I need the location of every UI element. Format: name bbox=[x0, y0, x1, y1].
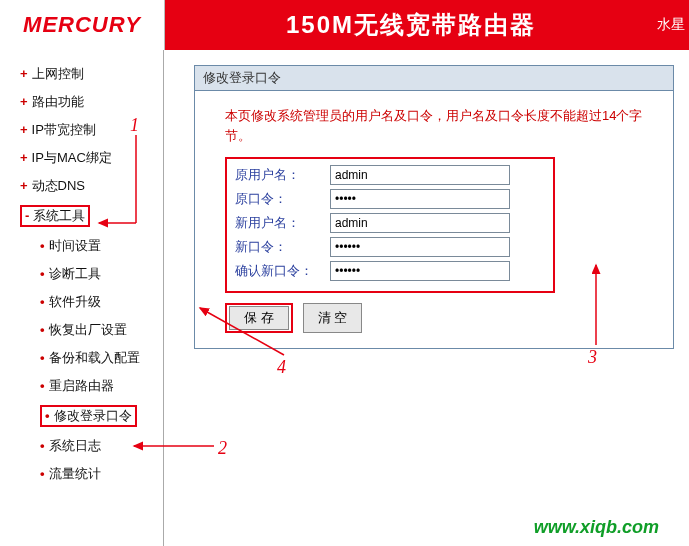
bullet-icon: • bbox=[40, 438, 45, 453]
row-new-pass: 新口令： bbox=[235, 237, 545, 257]
button-row: 保 存 清 空 bbox=[225, 303, 658, 333]
bullet-icon: • bbox=[40, 378, 45, 393]
plus-icon: + bbox=[20, 66, 28, 81]
brand-text: 水星 bbox=[657, 16, 685, 34]
row-new-user: 新用户名： bbox=[235, 213, 545, 233]
nav-路由功能[interactable]: +路由功能 bbox=[0, 88, 163, 116]
nav-诊断工具[interactable]: •诊断工具 bbox=[0, 260, 163, 288]
input-old-pass[interactable] bbox=[330, 189, 510, 209]
annotation-1: 1 bbox=[130, 115, 139, 136]
plus-icon: + bbox=[20, 150, 28, 165]
plus-icon: + bbox=[20, 122, 28, 137]
panel-title: 修改登录口令 bbox=[195, 66, 673, 91]
body: +上网控制 +路由功能 +IP带宽控制 +IP与MAC绑定 +动态DNS -系统… bbox=[0, 50, 689, 546]
nav-动态dns[interactable]: +动态DNS bbox=[0, 172, 163, 200]
label-new-user: 新用户名： bbox=[235, 214, 330, 232]
bullet-icon: • bbox=[40, 350, 45, 365]
annotation-4: 4 bbox=[277, 357, 286, 378]
save-highlight: 保 存 bbox=[225, 303, 293, 333]
bullet-icon: • bbox=[40, 322, 45, 337]
row-confirm: 确认新口令： bbox=[235, 261, 545, 281]
panel-body: 本页修改系统管理员的用户名及口令，用户名及口令长度不能超过14个字节。 原用户名… bbox=[195, 91, 673, 348]
logo: MERCURY bbox=[0, 0, 165, 50]
nav-ip与mac绑定[interactable]: +IP与MAC绑定 bbox=[0, 144, 163, 172]
bullet-icon: • bbox=[40, 466, 45, 481]
watermark: www.xiqb.com bbox=[534, 517, 659, 538]
bullet-icon: • bbox=[40, 238, 45, 253]
nav-备份和载入配置[interactable]: •备份和载入配置 bbox=[0, 344, 163, 372]
input-new-user[interactable] bbox=[330, 213, 510, 233]
save-button[interactable]: 保 存 bbox=[229, 306, 289, 330]
nav-软件升级[interactable]: •软件升级 bbox=[0, 288, 163, 316]
clear-button[interactable]: 清 空 bbox=[303, 303, 363, 333]
sidebar: +上网控制 +路由功能 +IP带宽控制 +IP与MAC绑定 +动态DNS -系统… bbox=[0, 50, 164, 546]
nav-重启路由器[interactable]: •重启路由器 bbox=[0, 372, 163, 400]
plus-icon: + bbox=[20, 178, 28, 193]
bullet-icon: • bbox=[45, 408, 50, 423]
nav-流量统计[interactable]: •流量统计 bbox=[0, 460, 163, 488]
nav-系统工具[interactable]: -系统工具 bbox=[0, 200, 163, 232]
input-new-pass[interactable] bbox=[330, 237, 510, 257]
bullet-icon: • bbox=[40, 266, 45, 281]
main: 修改登录口令 本页修改系统管理员的用户名及口令，用户名及口令长度不能超过14个字… bbox=[164, 50, 689, 546]
label-new-pass: 新口令： bbox=[235, 238, 330, 256]
row-old-user: 原用户名： bbox=[235, 165, 545, 185]
panel-desc: 本页修改系统管理员的用户名及口令，用户名及口令长度不能超过14个字节。 bbox=[225, 106, 658, 145]
label-confirm: 确认新口令： bbox=[235, 262, 330, 280]
minus-icon: - bbox=[25, 208, 29, 223]
nav-上网控制[interactable]: +上网控制 bbox=[0, 60, 163, 88]
annotation-2: 2 bbox=[218, 438, 227, 459]
page-title: 150M无线宽带路由器 bbox=[165, 9, 657, 41]
annotation-3: 3 bbox=[588, 347, 597, 368]
input-old-user[interactable] bbox=[330, 165, 510, 185]
bullet-icon: • bbox=[40, 294, 45, 309]
form-highlight: 原用户名： 原口令： 新用户名： 新口令： bbox=[225, 157, 555, 293]
row-old-pass: 原口令： bbox=[235, 189, 545, 209]
nav-恢复出厂设置[interactable]: •恢复出厂设置 bbox=[0, 316, 163, 344]
label-old-user: 原用户名： bbox=[235, 166, 330, 184]
label-old-pass: 原口令： bbox=[235, 190, 330, 208]
plus-icon: + bbox=[20, 94, 28, 109]
nav-时间设置[interactable]: •时间设置 bbox=[0, 232, 163, 260]
logo-text: MERCURY bbox=[23, 12, 141, 38]
nav-修改登录口令[interactable]: •修改登录口令 bbox=[0, 400, 163, 432]
panel: 修改登录口令 本页修改系统管理员的用户名及口令，用户名及口令长度不能超过14个字… bbox=[194, 65, 674, 349]
nav-系统日志[interactable]: •系统日志 bbox=[0, 432, 163, 460]
input-confirm[interactable] bbox=[330, 261, 510, 281]
header: MERCURY 150M无线宽带路由器 水星 bbox=[0, 0, 689, 50]
